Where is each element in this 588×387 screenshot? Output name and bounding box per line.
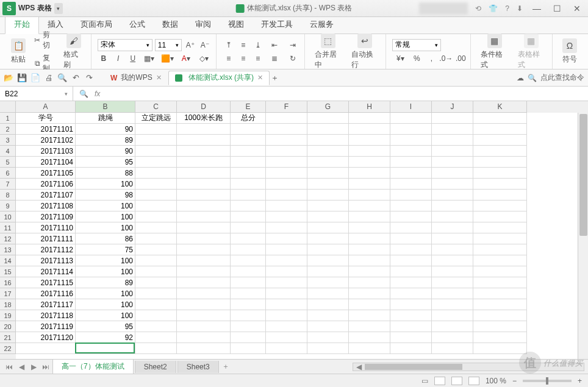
cell[interactable] [473, 255, 527, 266]
row-header[interactable]: 19 [0, 310, 16, 321]
fx-label[interactable]: fx [95, 90, 100, 98]
new-sheet-button[interactable]: ＋ [220, 361, 231, 372]
horizontal-scrollbar[interactable]: ◀ [353, 363, 584, 371]
cell[interactable] [135, 244, 177, 255]
comma-button[interactable]: , [425, 52, 437, 65]
cell[interactable] [177, 135, 231, 146]
cell[interactable]: 20171107 [16, 190, 76, 201]
cell[interactable] [432, 157, 473, 168]
cell[interactable] [307, 310, 349, 321]
select-all-corner[interactable] [0, 101, 16, 113]
cell[interactable] [432, 310, 473, 321]
row-header[interactable]: 13 [0, 244, 16, 255]
cell[interactable] [177, 190, 231, 201]
cell[interactable] [390, 266, 432, 277]
row-header[interactable]: 14 [0, 255, 16, 266]
cell[interactable]: 20171113 [16, 255, 76, 266]
row-header[interactable]: 6 [0, 168, 16, 179]
cell[interactable] [266, 233, 307, 244]
column-header-J[interactable]: J [432, 101, 473, 113]
conditional-format-button[interactable]: ▦条件格式 [477, 32, 511, 71]
cell[interactable] [349, 157, 390, 168]
zoom-slider[interactable] [523, 380, 572, 382]
cell[interactable] [307, 288, 349, 299]
cell[interactable]: 100 [76, 266, 135, 277]
cell[interactable] [307, 168, 349, 179]
cell[interactable]: 100 [76, 288, 135, 299]
cell[interactable] [135, 222, 177, 233]
view-normal-button[interactable] [434, 377, 445, 385]
cell[interactable] [349, 211, 390, 222]
cell[interactable] [432, 211, 473, 222]
cell[interactable] [231, 321, 266, 332]
close-tab-icon[interactable]: ✕ [257, 74, 263, 82]
cell[interactable] [307, 255, 349, 266]
name-box[interactable]: B22 ▾ [0, 87, 73, 101]
cell[interactable]: 20171109 [16, 211, 76, 222]
column-header-C[interactable]: C [135, 101, 177, 113]
cell[interactable] [390, 135, 432, 146]
open-icon[interactable]: 📂 [4, 73, 13, 83]
cell[interactable] [177, 222, 231, 233]
cell[interactable] [266, 201, 307, 211]
cell[interactable] [349, 343, 390, 354]
cell[interactable] [177, 288, 231, 299]
column-header-A[interactable]: A [16, 101, 76, 113]
close-tab-icon[interactable]: ✕ [156, 74, 162, 82]
column-header-D[interactable]: D [177, 101, 231, 113]
cell[interactable] [231, 277, 266, 288]
cell[interactable]: 75 [76, 244, 135, 255]
cell[interactable]: 100 [76, 255, 135, 266]
cell[interactable]: 20171118 [16, 310, 76, 321]
cell[interactable] [349, 299, 390, 310]
cell[interactable] [473, 179, 527, 190]
fill-color-button[interactable]: 🟧▾ [160, 52, 176, 65]
tab-review[interactable]: 审阅 [187, 15, 220, 34]
app-menu-dropdown[interactable]: ▾ [54, 3, 63, 14]
cell[interactable]: 20171119 [16, 321, 76, 332]
cell[interactable] [432, 222, 473, 233]
scroll-thumb[interactable] [365, 364, 462, 370]
undo-icon[interactable]: ↶ [71, 73, 81, 83]
cell[interactable] [307, 277, 349, 288]
cell[interactable]: 100 [76, 179, 135, 190]
font-size-select[interactable]: 11▾ [155, 39, 182, 51]
cell[interactable] [473, 135, 527, 146]
cell[interactable] [231, 211, 266, 222]
cell[interactable] [390, 288, 432, 299]
cell[interactable] [266, 135, 307, 146]
cell[interactable] [390, 310, 432, 321]
cell[interactable]: 98 [76, 190, 135, 201]
cell[interactable] [390, 222, 432, 233]
cell[interactable] [307, 135, 349, 146]
doc-tab-current[interactable]: 体能测试.xlsx (共享) ✕ [168, 71, 270, 85]
cell[interactable] [266, 288, 307, 299]
font-color-button[interactable]: A▾ [178, 52, 194, 65]
cell[interactable] [135, 233, 177, 244]
cell[interactable] [473, 201, 527, 211]
cell[interactable] [266, 244, 307, 255]
cell[interactable] [231, 124, 266, 135]
cell[interactable] [231, 168, 266, 179]
find-command-hint[interactable]: 点此查找命令 [540, 73, 584, 83]
cell[interactable]: 20171114 [16, 266, 76, 277]
cell[interactable] [473, 222, 527, 233]
cell[interactable] [432, 179, 473, 190]
cell[interactable] [349, 135, 390, 146]
row-header[interactable]: 21 [0, 332, 16, 343]
row-header[interactable]: 4 [0, 146, 16, 157]
cell[interactable] [177, 266, 231, 277]
bold-button[interactable]: B [98, 52, 110, 65]
column-header-B[interactable]: B [76, 101, 135, 113]
cell[interactable] [266, 277, 307, 288]
cell[interactable] [390, 277, 432, 288]
cell[interactable] [307, 244, 349, 255]
column-header-F[interactable]: F [266, 101, 307, 113]
minimize-button[interactable]: — [530, 2, 543, 15]
cell[interactable] [135, 157, 177, 168]
cell[interactable]: 20171106 [16, 179, 76, 190]
paste-button[interactable]: 📋 粘贴 [7, 37, 29, 66]
cell[interactable] [231, 299, 266, 310]
cell[interactable] [266, 168, 307, 179]
italic-button[interactable]: I [112, 52, 124, 65]
